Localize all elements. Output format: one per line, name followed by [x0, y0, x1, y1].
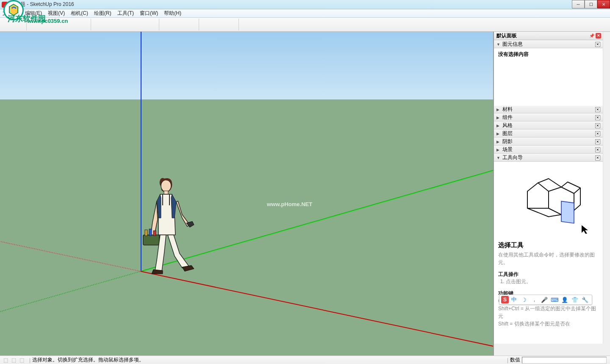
tray-header[interactable]: 默认面板 📌 ✕: [494, 32, 603, 40]
svg-rect-6: [149, 229, 152, 236]
ime-user-icon[interactable]: 👤: [561, 296, 568, 303]
entity-info-body: 没有选择内容: [494, 48, 603, 105]
ime-lang-button[interactable]: 中: [510, 296, 518, 303]
instructor-fn-item: Shift+Ctrl = 从一组选定的图元中去掉某个图元: [498, 305, 599, 320]
panel-entity-info-label: 图元信息: [502, 41, 523, 48]
instructor-fn-item: Shift = 切换选择某个图元是否在: [498, 320, 599, 328]
ime-moon-icon[interactable]: ☽: [520, 296, 528, 303]
measurement-input[interactable]: [522, 357, 607, 364]
instructor-body: 选择工具 在使用其他工具或命令时，选择要修改的图元。 工具操作 点击图元。 功能…: [494, 162, 603, 344]
close-button[interactable]: ✕: [597, 0, 610, 8]
panel-components-header[interactable]: ▶组件✕: [494, 113, 603, 121]
status-icon[interactable]: ⬚: [3, 357, 8, 363]
tray-close-button[interactable]: ✕: [596, 33, 601, 39]
svg-rect-1: [164, 191, 168, 194]
panel-materials-header[interactable]: ▶材料✕: [494, 105, 603, 113]
tool-button[interactable]: [212, 18, 225, 31]
ime-skin-icon[interactable]: 👕: [571, 296, 579, 303]
ime-mic-icon[interactable]: 🎤: [541, 296, 548, 303]
instructor-desc: 在使用其他工具或命令时，选择要修改的图元。: [498, 251, 599, 266]
tool-button[interactable]: [159, 18, 172, 31]
default-tray: 默认面板 📌 ✕ ▼ 图元信息 ✕ 没有选择内容 ▶材料✕ ▶组件✕ ▶风格✕ …: [494, 32, 610, 356]
instructor-illustration: [498, 166, 599, 238]
entity-info-empty: 没有选择内容: [498, 51, 529, 57]
tool-button[interactable]: [239, 18, 252, 31]
scale-figure-person[interactable]: [140, 176, 199, 275]
menu-draw[interactable]: 绘图(R): [94, 10, 111, 17]
instructor-op-item: 点击图元。: [506, 278, 599, 285]
instructor-ops-title: 工具操作: [498, 270, 599, 278]
tray-title: 默认面板: [496, 32, 517, 39]
menu-camera[interactable]: 相机(C): [71, 10, 88, 17]
tool-button[interactable]: [252, 18, 265, 31]
viewport-3d[interactable]: www.pHome.NET: [0, 32, 494, 356]
status-bar: ⬚ ⬚ ⬚ | 选择对象。切换到扩充选择。拖动鼠标选择多项。 | 数值: [0, 356, 610, 364]
measurement-label: 数值: [510, 356, 520, 364]
panel-close-icon[interactable]: ✕: [595, 123, 600, 128]
panel-shadows-header[interactable]: ▶阴影✕: [494, 138, 603, 146]
ime-toolbar[interactable]: S 中 ☽ ， 🎤 ⌨ 👤 👕 🔧: [499, 295, 592, 305]
window-controls: ─ ☐ ✕: [572, 0, 610, 8]
panel-close-icon[interactable]: ✕: [595, 131, 600, 136]
tool-button[interactable]: [199, 18, 212, 31]
status-icon[interactable]: ⬚: [19, 357, 24, 363]
panel-close-icon[interactable]: ✕: [595, 42, 600, 47]
tool-button[interactable]: [186, 18, 199, 31]
svg-rect-7: [153, 231, 156, 236]
toolbar: [0, 18, 610, 32]
watermark-logo: 河东软件园 www.pc0359.cn: [3, 0, 24, 20]
tool-button[interactable]: [91, 18, 108, 31]
tool-button[interactable]: [78, 18, 91, 31]
ime-keyboard-icon[interactable]: ⌨: [551, 296, 558, 303]
status-hint: 选择对象。切换到扩充选择。拖动鼠标选择多项。: [32, 356, 144, 364]
title-bar: 无标题 - SketchUp Pro 2016 ─ ☐ ✕: [0, 0, 610, 9]
tool-button[interactable]: [225, 18, 238, 31]
panel-close-icon[interactable]: ✕: [595, 107, 600, 112]
maximize-button[interactable]: ☐: [585, 0, 597, 8]
panel-instructor-header[interactable]: ▼工具向导✕: [494, 154, 603, 162]
svg-rect-4: [143, 235, 159, 245]
panel-layers-header[interactable]: ▶图层✕: [494, 130, 603, 138]
menu-window[interactable]: 窗口(W): [140, 10, 158, 17]
collapse-arrow-icon: ▼: [496, 42, 500, 47]
tool-button[interactable]: [172, 18, 186, 31]
svg-point-0: [161, 180, 171, 192]
menu-tools[interactable]: 工具(T): [117, 10, 134, 17]
watermark-site-url: www.pc0359.cn: [27, 18, 68, 24]
ime-logo-icon[interactable]: S: [501, 296, 509, 303]
status-icon[interactable]: ⬚: [11, 357, 16, 363]
ime-settings-icon[interactable]: 🔧: [581, 296, 589, 303]
tool-button[interactable]: [108, 18, 125, 31]
menu-bar: 文件(F) 编辑(E) 视图(V) 相机(C) 绘图(R) 工具(T) 窗口(W…: [0, 9, 610, 18]
tray-scrollbar[interactable]: [603, 32, 610, 344]
panel-close-icon[interactable]: ✕: [595, 147, 600, 152]
tool-button[interactable]: [142, 18, 159, 31]
panel-close-icon[interactable]: ✕: [595, 115, 600, 120]
panel-scenes-header[interactable]: ▶场景✕: [494, 146, 603, 154]
menu-view[interactable]: 视图(V): [48, 10, 65, 17]
panel-styles-header[interactable]: ▶风格✕: [494, 121, 603, 130]
tool-button[interactable]: [125, 18, 142, 31]
ime-punct-icon[interactable]: ，: [530, 296, 538, 303]
panel-close-icon[interactable]: ✕: [595, 155, 600, 160]
panel-close-icon[interactable]: ✕: [595, 139, 600, 144]
panel-entity-info-header[interactable]: ▼ 图元信息 ✕: [494, 40, 603, 48]
ground-plane: [0, 99, 493, 356]
svg-rect-5: [145, 230, 147, 236]
menu-help[interactable]: 帮助(H): [164, 10, 181, 17]
watermark-center: www.pHome.NET: [267, 201, 312, 207]
pin-icon[interactable]: 📌: [589, 33, 594, 38]
instructor-title: 选择工具: [498, 241, 599, 249]
minimize-button[interactable]: ─: [572, 0, 585, 8]
sky-background: [0, 32, 493, 99]
tool-button[interactable]: [265, 18, 278, 31]
svg-rect-8: [561, 201, 574, 223]
